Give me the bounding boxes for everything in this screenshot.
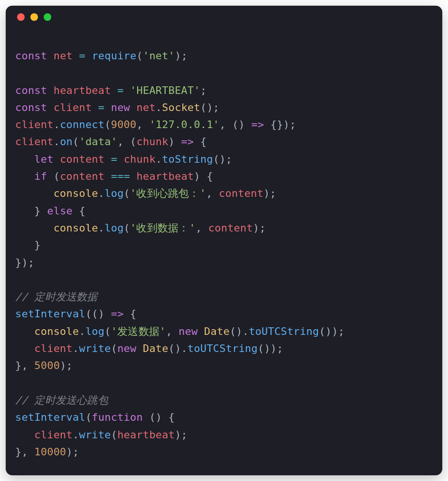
code-window: const net = require('net'); const heartb… xyxy=(6,6,442,475)
keyword-const: const xyxy=(15,102,47,113)
str-data-recv: '收到数据：' xyxy=(130,222,196,234)
num-5000: 5000 xyxy=(34,360,60,371)
class-date: Date xyxy=(204,325,230,337)
num-10000: 10000 xyxy=(34,446,66,458)
var-client: client xyxy=(54,102,92,113)
str-data: 'data' xyxy=(79,136,117,148)
code-block: const net = require('net'); const heartb… xyxy=(6,28,442,475)
fn-log: log xyxy=(85,325,104,337)
fn-setinterval: setInterval xyxy=(15,308,85,320)
keyword-new: new xyxy=(117,342,136,354)
keyword-new: new xyxy=(178,325,197,337)
var-net: net xyxy=(137,102,156,113)
keyword-if: if xyxy=(34,170,47,182)
var-content: content xyxy=(60,153,104,165)
fn-log: log xyxy=(104,222,123,234)
var-chunk: chunk xyxy=(124,153,156,165)
keyword-new: new xyxy=(111,102,130,113)
fn-on: on xyxy=(60,136,73,148)
class-socket: Socket xyxy=(162,102,200,113)
keyword-const: const xyxy=(15,50,47,62)
fn-toutcstring: toUTCString xyxy=(187,342,258,354)
fn-log: log xyxy=(104,187,123,199)
str-127: '127.0.0.1' xyxy=(149,119,219,130)
op-eq: = xyxy=(98,102,104,113)
fn-require: require xyxy=(92,50,136,62)
arrow: => xyxy=(181,136,194,148)
comment-send-data: // 定时发送数据 xyxy=(15,291,98,303)
str-heartbeat-val: 'HEARTBEAT' xyxy=(130,84,200,96)
var-client: client xyxy=(15,119,54,130)
num-9000: 9000 xyxy=(111,119,137,130)
var-content: content xyxy=(208,222,253,234)
var-client: client xyxy=(34,429,73,441)
var-content: content xyxy=(219,187,263,199)
zoom-icon[interactable] xyxy=(44,13,51,21)
class-date: Date xyxy=(143,342,168,354)
str-hb-recv: '收到心跳包：' xyxy=(130,187,206,199)
param-chunk: chunk xyxy=(136,136,168,148)
fn-write: write xyxy=(79,342,111,354)
fn-connect: connect xyxy=(60,119,104,130)
var-client: client xyxy=(15,136,54,148)
arrow: => xyxy=(111,308,124,320)
obj-console: console xyxy=(54,187,98,199)
var-heartbeat: heartbeat xyxy=(54,84,111,96)
var-net: net xyxy=(54,50,73,62)
fn-tostring: toString xyxy=(162,153,213,165)
close-icon[interactable] xyxy=(17,13,25,21)
fn-toutcstring: toUTCString xyxy=(249,325,319,337)
op-eq: = xyxy=(79,50,85,62)
str-send-data: '发送数据' xyxy=(111,325,166,337)
fn-write: write xyxy=(79,429,111,441)
comment-send-hb: // 定时发送心跳包 xyxy=(15,394,108,406)
obj-console: console xyxy=(54,222,98,234)
keyword-else: else xyxy=(47,205,73,217)
keyword-function: function xyxy=(92,411,143,423)
var-heartbeat: heartbeat xyxy=(117,429,175,441)
var-heartbeat: heartbeat xyxy=(137,170,194,182)
window-titlebar xyxy=(6,6,442,28)
keyword-const: const xyxy=(15,84,47,96)
minimize-icon[interactable] xyxy=(30,13,38,21)
fn-setinterval: setInterval xyxy=(15,411,85,423)
op-eqeqeq: === xyxy=(111,170,130,182)
op-eq: = xyxy=(111,153,117,165)
str-net: 'net' xyxy=(143,50,175,62)
op-eq: = xyxy=(117,84,123,96)
arrow: => xyxy=(252,119,264,130)
var-content: content xyxy=(60,170,104,182)
keyword-let: let xyxy=(34,153,53,165)
obj-console: console xyxy=(34,325,79,337)
var-client: client xyxy=(34,342,73,354)
